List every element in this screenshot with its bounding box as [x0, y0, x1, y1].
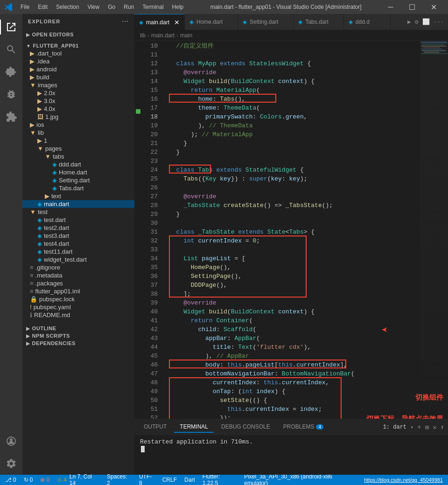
debug-icon[interactable]: ⚙	[415, 18, 419, 26]
tab-setting-dart[interactable]: ◈ Setting.dart ✕	[238, 14, 294, 30]
maximize-panel-icon[interactable]: ⬆	[441, 423, 444, 431]
npm-scripts-header[interactable]: ▶ NPM SCRIPTS	[22, 332, 134, 340]
tree-pubspec-yaml[interactable]: ! pubspec.yaml	[22, 303, 134, 311]
terminal-lang-select[interactable]: 1: dart	[383, 424, 406, 430]
tree-idea[interactable]: ▶ .idea	[22, 57, 134, 65]
activity-remote[interactable]	[0, 430, 22, 452]
run-icon[interactable]: ▶	[407, 18, 411, 26]
tab-overflow-icon[interactable]: ···	[434, 19, 444, 26]
tree-3x[interactable]: ▶ 3.0x	[22, 97, 134, 105]
split-icon[interactable]: ⬜	[422, 18, 430, 26]
menu-file[interactable]: File	[17, 3, 33, 11]
activity-git[interactable]	[0, 61, 22, 83]
tree-widget-test-dart[interactable]: ◈ widget_test.dart	[22, 256, 134, 263]
breadcrumb-file[interactable]: main.dart	[151, 32, 175, 39]
dependencies-header[interactable]: ▶ DEPENDENCIES	[22, 340, 134, 347]
panel-tab-problems[interactable]: PROBLEMS4	[278, 422, 329, 433]
md-icon: ℹ	[30, 312, 32, 319]
tab-ddd-dart[interactable]: ◈ ddd.d ✕	[344, 14, 391, 30]
menu-terminal[interactable]: Terminal	[139, 3, 167, 11]
tree-pages[interactable]: ▼ pages	[22, 145, 134, 152]
tab-main-dart[interactable]: ◈ main.dart ✕	[134, 14, 185, 30]
tree-gitignore[interactable]: ≡ .gitignore	[22, 263, 134, 271]
status-language[interactable]: Dart	[183, 477, 196, 483]
panel-tab-debug[interactable]: DEBUG CONSOLE	[216, 422, 276, 433]
project-header[interactable]: ▼ FLUTTER_APP01	[22, 42, 134, 49]
open-editors-header[interactable]: ▶ OPEN EDITORS	[22, 31, 134, 38]
tree-1[interactable]: ▶ 1	[22, 137, 134, 145]
menu-edit[interactable]: Edit	[34, 3, 51, 11]
tree-lib[interactable]: ▼ lib	[22, 129, 134, 137]
dropdown-icon[interactable]: ▾	[410, 424, 413, 431]
outline-header[interactable]: ▶ OUTLINE	[22, 325, 134, 332]
status-warnings[interactable]: ⚠ 4	[56, 477, 68, 483]
gutter-line-38	[134, 271, 142, 280]
tree-home-dart[interactable]: ◈ Home.dart	[22, 168, 134, 176]
tree-test2-dart[interactable]: ◈ test2.dart	[22, 224, 134, 232]
tab-home-dart[interactable]: ◈ Home.dart ✕	[185, 14, 238, 30]
ln-12: 12	[142, 59, 161, 68]
tree-build[interactable]: ▶ build	[22, 73, 134, 81]
tree-text-folder[interactable]: ▶ text	[22, 192, 134, 200]
status-device[interactable]: Pixel_3a_API_30_x86 (android-x86 emulato…	[243, 473, 358, 485]
status-spaces[interactable]: Spaces: 2	[105, 473, 133, 485]
tree-tabs-folder[interactable]: ▼ tabs	[22, 152, 134, 160]
tree-metadata[interactable]: ≡ .metadata	[22, 271, 134, 279]
tree-test3-dart[interactable]: ◈ test3.dart	[22, 232, 134, 240]
menu-view[interactable]: View	[84, 3, 103, 11]
tab-tabs-dart[interactable]: ◈ Tabs.dart ✕	[294, 14, 343, 30]
status-line-ending[interactable]: CRLF	[161, 477, 178, 483]
tree-main-dart[interactable]: ◈ main.dart	[22, 200, 134, 208]
panel-tab-terminal[interactable]: TERMINAL	[174, 422, 214, 433]
tree-test11-dart[interactable]: ◈ test11.dart	[22, 248, 134, 256]
code-content[interactable]: //自定义组件 class MyApp extends StatelessWid…	[165, 41, 420, 419]
close-button[interactable]: ✕	[423, 0, 444, 14]
maximize-button[interactable]: ☐	[401, 0, 423, 14]
tab-close-icon[interactable]: ✕	[174, 19, 180, 26]
activity-explorer[interactable]	[0, 16, 22, 38]
menu-help[interactable]: Help	[168, 3, 188, 11]
menu-go[interactable]: Go	[104, 3, 119, 11]
tab-more-button[interactable]: ▶ ⚙ ⬜ ···	[404, 14, 448, 30]
split-terminal-icon[interactable]: ⊞	[425, 423, 429, 431]
activity-debug[interactable]	[0, 83, 22, 105]
tree-dart-tool[interactable]: ▶ .dart_tool	[22, 49, 134, 57]
sidebar-menu-icon[interactable]: ···	[122, 18, 129, 25]
menu-run[interactable]: Run	[120, 3, 138, 11]
status-git[interactable]: ⎇ 0	[4, 477, 18, 483]
tree-test-folder[interactable]: ▼ test	[22, 208, 134, 216]
tree-item-label: test.dart	[44, 216, 66, 223]
status-position[interactable]: Ln 7, Col 14	[68, 473, 101, 485]
status-sync[interactable]: ↻ 0	[22, 477, 35, 483]
status-flutter[interactable]: Flutter: 1.22.5	[201, 473, 238, 485]
menu-selection[interactable]: Selection	[52, 3, 83, 11]
close-panel-icon[interactable]: ✕	[433, 423, 436, 431]
status-errors[interactable]: ⊗ 0	[39, 477, 51, 483]
tree-setting-dart[interactable]: ◈ Setting.dart	[22, 176, 134, 184]
panel-tab-output[interactable]: OUTPUT	[138, 422, 172, 433]
tree-test4-dart[interactable]: ◈ test4.dart	[22, 240, 134, 248]
tree-packages[interactable]: ≡ .packages	[22, 279, 134, 287]
tree-pubspec-lock[interactable]: 🔒 pubspec.lock	[22, 295, 134, 303]
tree-ios[interactable]: ▶ ios	[22, 121, 134, 129]
add-terminal-icon[interactable]: +	[417, 423, 421, 431]
terminal-cursor[interactable]	[141, 446, 145, 452]
tree-images[interactable]: ▼ images	[22, 81, 134, 89]
tree-1jpg[interactable]: 🖼 1.jpg	[22, 113, 134, 121]
breadcrumb-lib[interactable]: lib	[140, 32, 146, 39]
status-link[interactable]: https://blog.csdn.net/qq_45049981	[363, 477, 444, 483]
tree-4x[interactable]: ▶ 4.0x	[22, 105, 134, 113]
tree-ddd-dart[interactable]: ◈ ddd.dart	[22, 160, 134, 168]
activity-search[interactable]	[0, 38, 22, 61]
tree-android[interactable]: ▶ android	[22, 65, 134, 73]
tree-readme[interactable]: ℹ README.md	[22, 311, 134, 319]
tree-iml[interactable]: ≡ flutter_app01.iml	[22, 287, 134, 295]
status-encoding[interactable]: UTF-8	[138, 473, 156, 485]
tree-2x[interactable]: ▶ 2.0x	[22, 89, 134, 97]
breadcrumb-symbol[interactable]: main	[180, 32, 192, 39]
activity-extensions[interactable]	[0, 105, 22, 128]
tree-tabs-dart[interactable]: ◈ Tabs.dart	[22, 184, 134, 192]
tree-test-dart[interactable]: ◈ test.dart	[22, 216, 134, 224]
activity-settings[interactable]	[0, 452, 22, 475]
minimize-button[interactable]: ─	[380, 0, 401, 14]
